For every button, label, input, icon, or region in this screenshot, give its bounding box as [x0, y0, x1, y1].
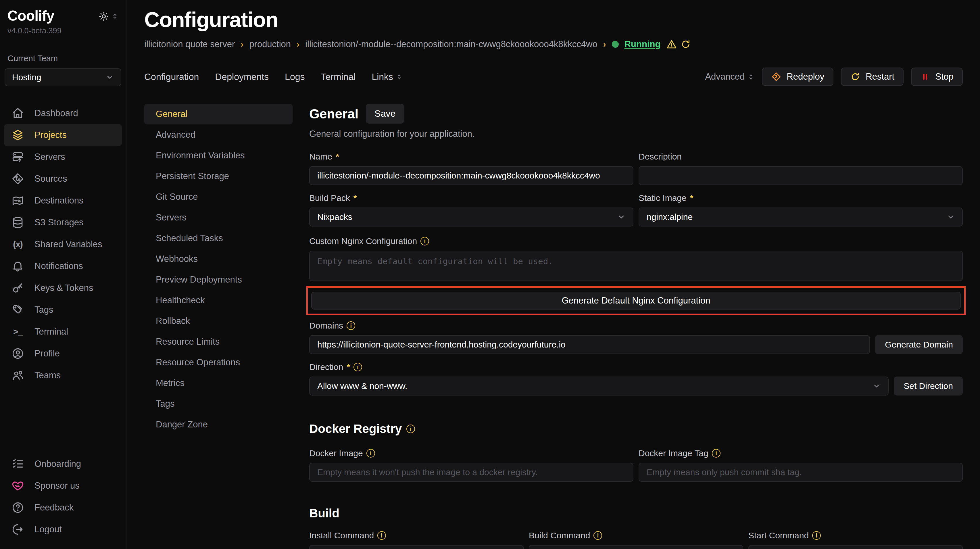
tab-configuration[interactable]: Configuration — [144, 72, 199, 82]
breadcrumb-resource[interactable]: illicitestonion/-module--decomposition:m… — [305, 39, 598, 49]
generate-default-nginx-configuration-button[interactable]: Generate Default Nginx Configuration — [311, 292, 961, 310]
subnav-environment-variables[interactable]: Environment Variables — [144, 145, 293, 166]
redeploy-icon — [771, 72, 781, 82]
subnav-servers[interactable]: Servers — [144, 207, 293, 228]
sidebar-item-dashboard[interactable]: Dashboard — [4, 102, 122, 124]
variables-icon: (x) — [11, 239, 24, 249]
set-direction-button[interactable]: Set Direction — [894, 377, 963, 396]
sidebar-item-projects[interactable]: Projects — [4, 124, 122, 146]
description-field[interactable] — [639, 166, 963, 185]
name-label: Name — [309, 152, 332, 162]
sidebar: Coolify v4.0.0-beta.399 Current Team Hos… — [0, 0, 126, 549]
sidebar-item-tags[interactable]: Tags — [4, 299, 122, 321]
save-button[interactable]: Save — [366, 104, 404, 124]
info-icon[interactable]: i — [712, 449, 721, 458]
sidebar-item-label: Servers — [35, 152, 65, 162]
subnav-preview-deployments[interactable]: Preview Deployments — [144, 269, 293, 290]
name-field[interactable] — [309, 166, 633, 185]
status-dot — [612, 41, 619, 48]
static-image-select[interactable]: nginx:alpine — [639, 207, 963, 226]
description-label: Description — [639, 152, 682, 162]
tab-links[interactable]: Links — [372, 72, 402, 82]
sidebar-item-destinations[interactable]: Destinations — [4, 190, 122, 212]
subnav-resource-operations[interactable]: Resource Operations — [144, 352, 293, 373]
install-command-field[interactable] — [309, 545, 523, 549]
section-heading-general: General — [309, 106, 358, 122]
subnav-webhooks[interactable]: Webhooks — [144, 249, 293, 269]
sidebar-item-terminal[interactable]: >_ Terminal — [4, 321, 122, 343]
build-pack-select[interactable]: Nixpacks — [309, 207, 633, 226]
required-asterisk: * — [353, 193, 357, 203]
sidebar-item-sources[interactable]: Sources — [4, 168, 122, 190]
docker-image-field[interactable] — [309, 463, 633, 482]
sidebar-item-onboarding[interactable]: Onboarding — [4, 453, 122, 475]
info-icon[interactable]: i — [366, 449, 375, 458]
subnav-advanced[interactable]: Advanced — [144, 124, 293, 145]
subnav-danger-zone[interactable]: Danger Zone — [144, 414, 293, 435]
sidebar-item-feedback[interactable]: Feedback — [4, 496, 122, 519]
profile-icon — [11, 347, 24, 360]
sidebar-item-teams[interactable]: Teams — [4, 364, 122, 386]
info-icon[interactable]: i — [593, 531, 602, 540]
subnav-resource-limits[interactable]: Resource Limits — [144, 331, 293, 352]
sidebar-item-shared-variables[interactable]: (x) Shared Variables — [4, 233, 122, 255]
sidebar-item-sponsor-us[interactable]: Sponsor us — [4, 475, 122, 496]
tab-logs[interactable]: Logs — [285, 72, 305, 82]
subnav-git-source[interactable]: Git Source — [144, 186, 293, 207]
main-content: Configuration illicitonion quote server … — [127, 0, 980, 549]
sidebar-item-label: Sponsor us — [35, 481, 80, 491]
subnav-tags[interactable]: Tags — [144, 393, 293, 414]
docker-image-tag-field[interactable] — [639, 463, 963, 482]
info-icon[interactable]: i — [347, 321, 355, 330]
sidebar-item-servers[interactable]: Servers — [4, 146, 122, 168]
custom-nginx-textarea[interactable] — [309, 251, 963, 281]
tag-icon — [11, 304, 24, 316]
subnav-persistent-storage[interactable]: Persistent Storage — [144, 166, 293, 186]
subnav-healthcheck[interactable]: Healthcheck — [144, 290, 293, 311]
breadcrumb-project[interactable]: illicitonion quote server — [144, 39, 235, 49]
info-icon[interactable]: i — [377, 531, 386, 540]
info-icon[interactable]: i — [812, 531, 821, 540]
static-image-label: Static Image — [639, 193, 687, 203]
sidebar-item-logout[interactable]: Logout — [4, 519, 122, 540]
info-icon[interactable]: i — [420, 237, 429, 245]
team-select[interactable]: Hosting — [5, 68, 121, 86]
restart-button[interactable]: Restart — [841, 68, 904, 86]
sidebar-item-keys-tokens[interactable]: Keys & Tokens — [4, 277, 122, 299]
breadcrumb-separator: › — [603, 40, 606, 49]
docker-image-label: Docker Image — [309, 449, 363, 458]
tab-terminal[interactable]: Terminal — [321, 72, 355, 82]
checklist-icon — [11, 458, 24, 470]
redeploy-button[interactable]: Redeploy — [762, 68, 834, 86]
info-icon[interactable]: i — [406, 425, 415, 433]
build-pack-value: Nixpacks — [317, 212, 352, 222]
refresh-icon[interactable] — [681, 39, 691, 49]
build-command-field[interactable] — [529, 545, 743, 549]
sidebar-item-profile[interactable]: Profile — [4, 343, 122, 364]
start-command-field[interactable] — [748, 545, 963, 549]
info-icon[interactable]: i — [353, 363, 362, 371]
warning-triangle-icon[interactable] — [666, 39, 677, 50]
subnav-general[interactable]: General — [144, 104, 293, 124]
sidebar-item-s3-storages[interactable]: S3 Storages — [4, 212, 122, 233]
chevron-down-icon — [872, 382, 881, 390]
terminal-icon: >_ — [11, 327, 24, 337]
tab-deployments[interactable]: Deployments — [215, 72, 269, 82]
subnav-metrics[interactable]: Metrics — [144, 373, 293, 393]
domains-field[interactable] — [309, 335, 870, 354]
direction-select[interactable]: Allow www & non-www. — [309, 377, 889, 396]
breadcrumb-environment[interactable]: production — [249, 39, 291, 49]
generate-domain-button[interactable]: Generate Domain — [875, 335, 963, 354]
stop-button[interactable]: Stop — [911, 68, 963, 86]
action-highlight-box: Generate Default Nginx Configuration — [306, 286, 966, 315]
sidebar-item-label: S3 Storages — [35, 217, 84, 228]
subnav-rollback[interactable]: Rollback — [144, 311, 293, 331]
subnav-scheduled-tasks[interactable]: Scheduled Tasks — [144, 228, 293, 249]
theme-selector[interactable] — [99, 11, 118, 21]
sidebar-item-label: Projects — [35, 130, 67, 140]
advanced-dropdown[interactable]: Advanced — [705, 72, 754, 82]
sidebar-item-notifications[interactable]: Notifications — [4, 255, 122, 277]
custom-nginx-label: Custom Nginx Configuration — [309, 236, 417, 246]
server-icon — [11, 151, 24, 163]
status-badge[interactable]: Running — [625, 39, 661, 49]
